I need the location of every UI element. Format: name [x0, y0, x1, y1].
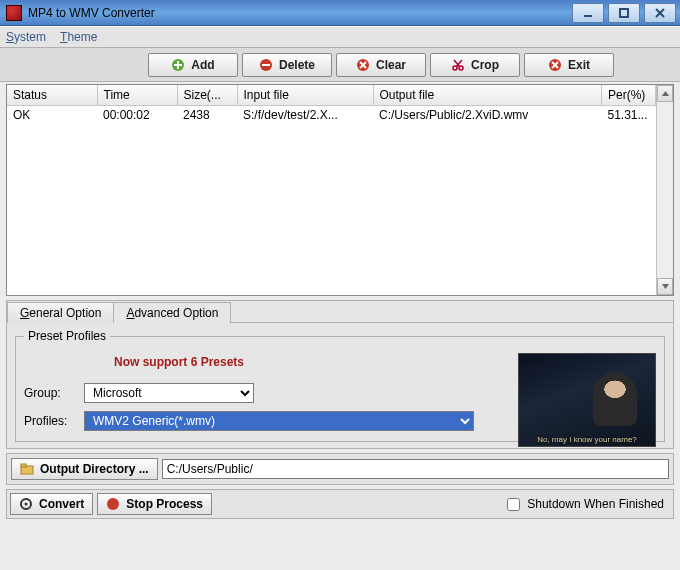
menu-system[interactable]: System — [6, 30, 46, 44]
exit-icon — [548, 58, 562, 72]
maximize-button[interactable] — [608, 3, 640, 23]
menu-system-label: ystem — [14, 30, 46, 44]
clear-icon — [356, 58, 370, 72]
close-button[interactable] — [644, 3, 676, 23]
col-status[interactable]: Status — [7, 85, 97, 106]
file-table: Status Time Size(... Input file Output f… — [6, 84, 674, 296]
svg-rect-22 — [21, 464, 26, 467]
add-label: Add — [191, 58, 214, 72]
shutdown-label: Shutdown When Finished — [527, 497, 664, 511]
clear-label: Clear — [376, 58, 406, 72]
col-per[interactable]: Per(%) — [602, 85, 656, 106]
stop-icon — [106, 497, 120, 511]
shutdown-checkbox[interactable] — [507, 498, 520, 511]
preview-subtitle: No, may I know your name? — [519, 435, 655, 444]
minus-icon — [259, 58, 273, 72]
output-path-input[interactable] — [162, 459, 669, 479]
cell-input: S:/f/dev/test/2.X... — [237, 106, 373, 125]
table-scrollbar[interactable] — [656, 85, 673, 295]
scissors-icon — [451, 58, 465, 72]
profiles-select[interactable]: WMV2 Generic(*.wmv) — [84, 411, 474, 431]
profiles-label: Profiles: — [24, 414, 80, 428]
preview-thumbnail[interactable]: No, may I know your name? — [518, 353, 656, 447]
svg-marker-20 — [662, 284, 669, 289]
col-input[interactable]: Input file — [237, 85, 373, 106]
bottom-bar: Convert Stop Process Shutdown When Finis… — [6, 489, 674, 519]
svg-point-25 — [107, 498, 119, 510]
cell-output: C:/Users/Public/2.XviD.wmv — [373, 106, 602, 125]
convert-label: Convert — [39, 497, 84, 511]
tab-advanced-label: dvanced Option — [134, 306, 218, 320]
col-output[interactable]: Output file — [373, 85, 602, 106]
preview-figure — [593, 372, 637, 426]
svg-rect-1 — [620, 9, 628, 17]
svg-point-24 — [25, 503, 28, 506]
folder-icon — [20, 462, 34, 476]
tab-general-label: eneral Option — [29, 306, 101, 320]
tab-advanced[interactable]: Advanced Option — [113, 302, 231, 323]
add-button[interactable]: Add — [148, 53, 238, 77]
crop-button[interactable]: Crop — [430, 53, 520, 77]
shutdown-checkbox-label[interactable]: Shutdown When Finished — [503, 495, 664, 514]
svg-marker-19 — [662, 91, 669, 96]
toolbar: Add Delete Clear Crop Exit — [0, 48, 680, 82]
menu-theme-label: heme — [67, 30, 97, 44]
scroll-up-icon[interactable] — [657, 85, 673, 102]
plus-icon — [171, 58, 185, 72]
stop-button[interactable]: Stop Process — [97, 493, 212, 515]
cell-status: OK — [7, 106, 97, 125]
group-label: Group: — [24, 386, 80, 400]
crop-label: Crop — [471, 58, 499, 72]
table-row[interactable]: OK 00:00:02 2438 S:/f/dev/test/2.X... C:… — [7, 106, 656, 125]
clear-button[interactable]: Clear — [336, 53, 426, 77]
preset-legend: Preset Profiles — [24, 329, 110, 343]
cell-per: 51.31... — [602, 106, 656, 125]
output-dir-label: Output Directory ... — [40, 462, 149, 476]
delete-label: Delete — [279, 58, 315, 72]
tab-general[interactable]: General Option — [7, 302, 114, 323]
exit-button[interactable]: Exit — [524, 53, 614, 77]
convert-button[interactable]: Convert — [10, 493, 93, 515]
col-size[interactable]: Size(... — [177, 85, 237, 106]
cell-time: 00:00:02 — [97, 106, 177, 125]
delete-button[interactable]: Delete — [242, 53, 332, 77]
menu-theme[interactable]: Theme — [60, 30, 97, 44]
exit-label: Exit — [568, 58, 590, 72]
titlebar[interactable]: MP4 to WMV Converter — [0, 0, 680, 26]
output-row: Output Directory ... — [6, 453, 674, 485]
menubar: System Theme — [0, 26, 680, 48]
scroll-down-icon[interactable] — [657, 278, 673, 295]
group-select[interactable]: Microsoft — [84, 383, 254, 403]
minimize-button[interactable] — [572, 3, 604, 23]
options-tabs: General Option Advanced Option Preset Pr… — [6, 300, 674, 449]
stop-label: Stop Process — [126, 497, 203, 511]
col-time[interactable]: Time — [97, 85, 177, 106]
cell-size: 2438 — [177, 106, 237, 125]
gear-icon — [19, 497, 33, 511]
output-directory-button[interactable]: Output Directory ... — [11, 458, 158, 480]
app-icon — [6, 5, 22, 21]
preset-profiles-group: Preset Profiles Now support 6 Presets Gr… — [15, 329, 665, 442]
window-title: MP4 to WMV Converter — [28, 6, 155, 20]
